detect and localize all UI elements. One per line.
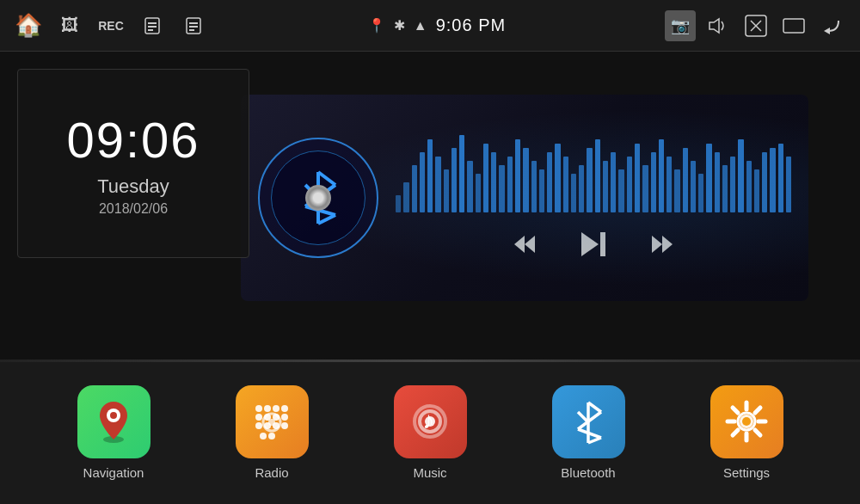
app-item-navigation[interactable]: Navigation xyxy=(62,385,165,480)
eq-bar xyxy=(595,139,600,212)
app-item-settings[interactable]: Settings xyxy=(695,385,798,480)
svg-text:♪: ♪ xyxy=(422,407,434,433)
radio-app-icon xyxy=(236,385,309,458)
eq-bar xyxy=(683,148,688,212)
eq-bar xyxy=(467,161,472,212)
app-item-bluetooth[interactable]: Bluetooth xyxy=(537,385,640,480)
home-icon: 🏠 xyxy=(15,12,42,39)
widget-area: 09:06 Tuesday 2018/02/06 xyxy=(0,52,860,360)
svg-point-37 xyxy=(255,422,262,429)
eq-bar xyxy=(587,148,592,212)
eq-bar xyxy=(396,195,401,212)
svg-point-32 xyxy=(281,405,288,412)
svg-point-36 xyxy=(281,414,288,421)
eq-bar xyxy=(452,148,457,212)
svg-rect-12 xyxy=(783,19,804,33)
eq-bar xyxy=(778,144,783,212)
music-note-icon: ♪ xyxy=(407,398,454,446)
waveform xyxy=(396,126,791,212)
svg-line-54 xyxy=(578,412,588,422)
eq-bar xyxy=(738,139,743,212)
volume-button[interactable] xyxy=(703,10,734,41)
radio-grid-icon xyxy=(249,398,296,446)
rec-icon: REC xyxy=(98,19,124,33)
eq-bar xyxy=(611,152,616,212)
screen-button[interactable] xyxy=(778,10,809,41)
svg-line-17 xyxy=(318,215,335,224)
eq-bar xyxy=(412,165,417,212)
svg-line-49 xyxy=(588,403,601,412)
eq-bar xyxy=(691,161,696,212)
rec-button[interactable]: REC xyxy=(95,10,126,41)
eq-area xyxy=(396,112,791,284)
svg-marker-22 xyxy=(581,232,599,256)
sim2-icon xyxy=(184,16,203,35)
close-button[interactable] xyxy=(740,10,771,41)
screen-icon xyxy=(782,14,806,38)
eq-bar xyxy=(555,144,560,212)
bluetooth-status-icon: ✱ xyxy=(394,17,405,34)
eq-bar xyxy=(618,169,624,212)
wifi-icon: ▲ xyxy=(414,18,427,34)
svg-rect-5 xyxy=(189,22,198,24)
prev-icon xyxy=(509,229,540,260)
camera-icon: 📷 xyxy=(671,16,690,35)
eq-bar xyxy=(515,139,520,212)
eq-bar xyxy=(762,152,767,212)
eq-bar xyxy=(627,157,632,212)
sim2-button[interactable] xyxy=(178,10,209,41)
gear-icon xyxy=(723,398,771,446)
svg-point-41 xyxy=(260,433,267,439)
eq-bar xyxy=(651,152,656,212)
settings-app-icon xyxy=(710,385,783,458)
home-button[interactable]: 🏠 xyxy=(13,10,44,41)
eq-bar xyxy=(420,152,425,212)
gallery-button[interactable]: 🖼 xyxy=(54,10,85,41)
eq-bar xyxy=(491,152,496,212)
clock-date: 2018/02/06 xyxy=(99,201,168,217)
status-time: 9:06 PM xyxy=(436,15,506,35)
bt-player-circle[interactable] xyxy=(258,138,378,258)
app-item-music[interactable]: ♪ Music xyxy=(378,385,482,480)
clock-widget: 09:06 Tuesday 2018/02/06 xyxy=(17,69,249,258)
svg-point-42 xyxy=(268,433,275,439)
svg-point-31 xyxy=(273,405,280,412)
app-grid: Navigation xyxy=(0,362,860,504)
eq-bar xyxy=(730,157,735,212)
clock-day: Tuesday xyxy=(97,175,169,198)
svg-line-52 xyxy=(588,438,601,443)
eq-bar xyxy=(427,139,433,212)
svg-line-62 xyxy=(755,408,760,413)
svg-rect-3 xyxy=(148,29,153,31)
sim1-icon xyxy=(143,16,162,35)
sim1-button[interactable] xyxy=(137,10,168,41)
eq-bar xyxy=(507,157,513,212)
eq-bar xyxy=(435,157,440,212)
back-icon xyxy=(820,14,844,38)
eq-bar xyxy=(571,174,576,212)
eq-bar xyxy=(666,157,672,212)
svg-rect-2 xyxy=(148,26,157,28)
svg-point-65 xyxy=(742,417,751,426)
eq-bar xyxy=(539,169,544,212)
svg-point-30 xyxy=(264,405,271,412)
svg-point-33 xyxy=(255,414,262,421)
svg-point-29 xyxy=(255,405,262,412)
camera-button[interactable]: 📷 xyxy=(665,10,696,41)
prev-button[interactable] xyxy=(509,229,540,266)
app-item-radio[interactable]: Radio xyxy=(220,385,323,480)
svg-line-63 xyxy=(733,430,738,435)
eq-bar xyxy=(770,148,775,212)
music-app-icon: ♪ xyxy=(394,385,467,458)
nav-map-icon xyxy=(92,398,135,446)
back-button[interactable] xyxy=(816,10,847,41)
status-center: 📍 ✱ ▲ 9:06 PM xyxy=(368,15,506,35)
eq-bar xyxy=(754,169,759,212)
svg-rect-7 xyxy=(189,29,194,31)
eq-bar xyxy=(499,165,504,212)
play-pause-button[interactable] xyxy=(574,225,612,269)
eq-bar xyxy=(476,174,481,212)
next-button[interactable] xyxy=(647,229,678,266)
volume-icon xyxy=(706,14,730,38)
eq-bar xyxy=(403,182,408,212)
